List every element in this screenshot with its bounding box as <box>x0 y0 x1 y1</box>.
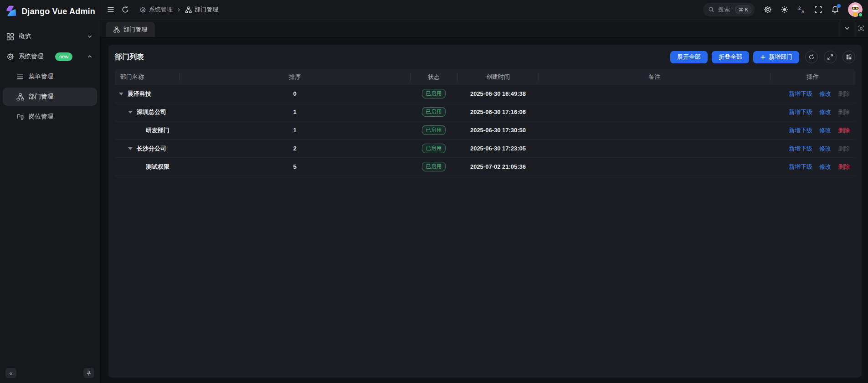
collapse-icon: « <box>9 370 12 377</box>
new-badge: new <box>55 52 72 61</box>
department-table: 部门名称 排序 状态 创建时间 备注 操作 晨泽科技 0 已启用 2025-06… <box>115 69 855 176</box>
logo-row[interactable]: Django Vue Admin <box>3 4 97 23</box>
delete-link-disabled: 删除 <box>838 145 850 153</box>
sidebar: Django Vue Admin 概览 系统管理 new <box>0 0 100 383</box>
translate-icon[interactable]: 文 A <box>797 5 806 14</box>
created-time: 2025-07-02 21:05:36 <box>457 163 539 170</box>
dept-name: 长沙分公司 <box>137 145 166 153</box>
edit-link[interactable]: 修改 <box>819 163 831 171</box>
breadcrumb-label: 部门管理 <box>195 5 218 14</box>
created-time: 2025-06-30 17:16:06 <box>457 109 539 115</box>
edit-link[interactable]: 修改 <box>819 90 831 98</box>
column-header-actions: 操作 <box>770 73 855 81</box>
add-department-button[interactable]: 新增部门 <box>753 51 799 63</box>
user-avatar[interactable] <box>848 2 863 17</box>
collapse-all-button[interactable]: 折叠全部 <box>712 51 749 63</box>
edit-link[interactable]: 修改 <box>819 126 831 135</box>
table-fullscreen-button[interactable] <box>824 51 837 63</box>
sidebar-item-overview[interactable]: 概览 <box>3 27 97 46</box>
add-sub-dept-link[interactable]: 新增下级 <box>789 126 812 135</box>
column-header-status: 状态 <box>410 73 457 81</box>
sidebar-item-label: 部门管理 <box>29 93 53 101</box>
sidebar-item-system[interactable]: 系统管理 new <box>3 47 97 66</box>
delete-link[interactable]: 删除 <box>838 163 850 171</box>
chevron-right-icon <box>176 7 181 12</box>
search-icon <box>708 6 714 13</box>
chevron-down-icon <box>844 25 850 31</box>
search-placeholder: 搜索 <box>718 5 732 14</box>
notifications-button[interactable] <box>831 5 839 14</box>
app-layout: Django Vue Admin 概览 系统管理 new <box>0 0 868 383</box>
column-header-remark: 备注 <box>539 73 770 81</box>
dept-name: 晨泽科技 <box>128 90 151 98</box>
tree-collapse-arrow[interactable] <box>119 93 123 95</box>
sidebar-collapse-button[interactable]: « <box>5 368 16 378</box>
created-time: 2025-06-30 17:30:50 <box>457 127 539 134</box>
notification-dot <box>837 4 841 8</box>
edit-link[interactable]: 修改 <box>819 145 831 153</box>
main-area: 系统管理 部门管理 搜索 ⌘ K <box>100 0 868 383</box>
search-input[interactable]: 搜索 ⌘ K <box>703 3 755 16</box>
table-row: 研发部门 1 已启用 2025-06-30 17:30:50 新增下级 修改 删… <box>115 121 855 140</box>
column-header-sort: 排序 <box>180 73 410 81</box>
sort-value: 1 <box>180 127 410 134</box>
pin-icon <box>86 370 92 376</box>
tab-list-dropdown-button[interactable] <box>840 20 854 37</box>
sidebar-pin-button[interactable] <box>83 368 94 378</box>
dept-name: 深圳总公司 <box>137 108 166 116</box>
theme-sun-icon[interactable] <box>781 5 789 14</box>
plus-icon <box>760 54 766 60</box>
delete-link[interactable]: 删除 <box>838 126 850 135</box>
column-header-created: 创建时间 <box>457 73 539 81</box>
gear-icon <box>6 53 14 61</box>
sidebar-nav: 概览 系统管理 new 菜单管理 <box>3 27 97 126</box>
svg-text:A: A <box>801 10 805 14</box>
content-maximize-button[interactable] <box>854 20 868 37</box>
tab-label: 部门管理 <box>123 26 147 34</box>
refresh-icon[interactable] <box>121 5 129 14</box>
online-status-dot <box>858 12 863 17</box>
gear-icon <box>139 6 146 13</box>
expand-all-button[interactable]: 展开全部 <box>670 51 708 63</box>
column-settings-button[interactable] <box>842 51 855 63</box>
add-sub-dept-link[interactable]: 新增下级 <box>789 90 812 98</box>
tab-dept-mgmt[interactable]: 部门管理 <box>106 22 155 37</box>
card-header: 部门列表 展开全部 折叠全部 新增部门 <box>115 51 855 63</box>
fullscreen-icon[interactable] <box>814 5 822 14</box>
page-title: 部门列表 <box>115 52 144 62</box>
tab-controls <box>840 20 868 37</box>
edit-link[interactable]: 修改 <box>819 108 831 116</box>
search-shortcut-kbd: ⌘ K <box>735 5 751 14</box>
table-row: 深圳总公司 1 已启用 2025-06-30 17:16:06 新增下级 修改 … <box>115 103 855 121</box>
tree-collapse-arrow[interactable] <box>128 111 133 114</box>
sidebar-item-menu-mgmt[interactable]: 菜单管理 <box>3 67 97 86</box>
page-content: 部门列表 展开全部 折叠全部 新增部门 <box>100 37 868 383</box>
hamburger-menu-icon[interactable] <box>107 5 115 14</box>
breadcrumb-item-dept[interactable]: 部门管理 <box>185 5 218 14</box>
add-sub-dept-link[interactable]: 新增下级 <box>789 108 812 116</box>
add-sub-dept-link[interactable]: 新增下级 <box>789 163 812 171</box>
table-toolbar: 展开全部 折叠全部 新增部门 <box>670 51 855 63</box>
status-badge: 已启用 <box>422 162 446 172</box>
sidebar-item-label: 概览 <box>19 32 31 41</box>
dept-name: 研发部门 <box>146 126 169 135</box>
table-refresh-button[interactable] <box>805 51 818 63</box>
status-badge: 已启用 <box>422 125 446 135</box>
table-header-row: 部门名称 排序 状态 创建时间 备注 操作 <box>115 69 855 85</box>
status-badge: 已启用 <box>422 144 446 154</box>
sort-value: 1 <box>180 109 410 115</box>
sidebar-item-dept-mgmt[interactable]: 部门管理 <box>3 88 97 106</box>
dept-name: 测试权限 <box>146 163 169 171</box>
table-row: 晨泽科技 0 已启用 2025-06-30 16:49:38 新增下级 修改 删… <box>115 85 855 103</box>
add-sub-dept-link[interactable]: 新增下级 <box>789 145 812 153</box>
refresh-icon <box>808 54 815 60</box>
button-label: 折叠全部 <box>719 53 742 61</box>
expand-arrows-icon <box>827 54 833 60</box>
sidebar-item-post-mgmt[interactable]: Pg 岗位管理 <box>3 108 97 126</box>
dept-list-card: 部门列表 展开全部 折叠全部 新增部门 <box>108 45 862 378</box>
settings-gear-icon[interactable] <box>764 5 772 14</box>
breadcrumb-item-system[interactable]: 系统管理 <box>139 5 173 14</box>
tree-collapse-arrow[interactable] <box>128 147 133 150</box>
status-badge: 已启用 <box>422 89 446 99</box>
sidebar-item-label: 系统管理 <box>19 52 43 61</box>
